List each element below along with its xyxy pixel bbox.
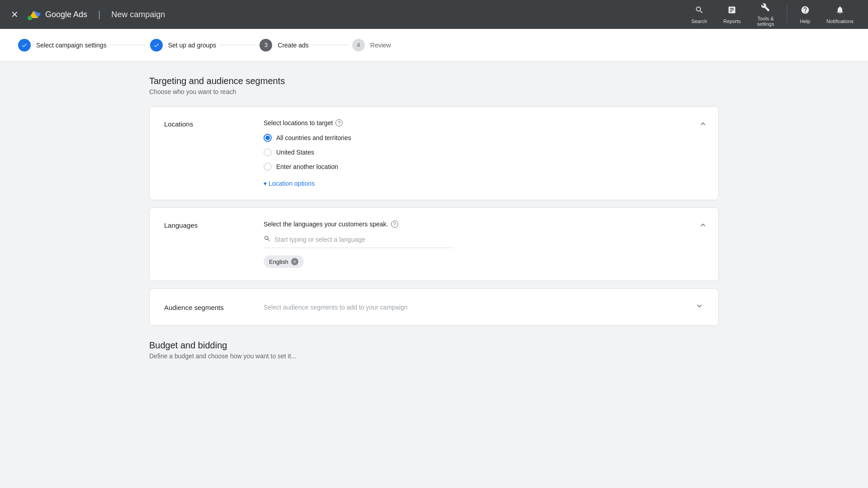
locations-card: Locations Select locations to target ? A… (149, 106, 719, 200)
audience-segments-inner: Audience segments Select audience segmen… (150, 289, 718, 325)
step-connector-2 (220, 45, 256, 45)
languages-label: Languages (164, 221, 245, 229)
radio-all-countries-label: All countries and territories (276, 134, 351, 141)
locations-option-all[interactable]: All countries and territories (264, 134, 704, 142)
reports-icon (727, 5, 736, 17)
language-search-input[interactable] (274, 236, 453, 243)
locations-label: Locations (164, 119, 245, 128)
search-icon (695, 5, 704, 17)
search-nav-label: Search (691, 19, 707, 24)
step-3-label: Create ads (278, 42, 308, 49)
languages-card: Languages Select the languages your cust… (149, 207, 719, 281)
step-1-circle (18, 39, 31, 52)
progress-stepper: Select campaign settings Set up ad group… (0, 29, 868, 61)
step-4-circle: 4 (352, 39, 365, 52)
reports-nav-item[interactable]: Reports (716, 2, 748, 28)
reports-nav-label: Reports (723, 19, 741, 24)
selected-languages: English × (264, 255, 704, 268)
english-tag-remove[interactable]: × (291, 258, 298, 265)
radio-all-countries[interactable] (264, 134, 272, 142)
search-nav-item[interactable]: Search (684, 2, 714, 28)
location-options-link[interactable]: ▾ Location options (264, 180, 704, 187)
topnav-left: ✕ Google Ads | New campaign (7, 7, 684, 22)
svg-point-0 (28, 16, 32, 20)
google-ads-icon (27, 7, 42, 22)
top-navigation: ✕ Google Ads | New campaign Search Repor… (0, 0, 868, 29)
step-1: Select campaign settings (18, 39, 107, 52)
nav-divider: | (98, 9, 100, 20)
english-tag-label: English (269, 258, 288, 265)
locations-option-other[interactable]: Enter another location (264, 163, 704, 171)
budget-subtitle: Define a budget and choose how you want … (149, 352, 719, 360)
languages-help-icon[interactable]: ? (391, 221, 398, 228)
audience-segments-card[interactable]: Audience segments Select audience segmen… (149, 288, 719, 326)
notifications-nav-label: Notifications (826, 19, 854, 24)
google-ads-logo: Google Ads (27, 7, 87, 22)
language-search-field (264, 235, 453, 248)
language-search-icon (264, 235, 271, 244)
step-4-label: Review (370, 42, 391, 49)
chevron-down-icon: ▾ (264, 180, 267, 187)
step-1-label: Select campaign settings (36, 42, 107, 49)
step-connector-1 (110, 45, 146, 45)
help-nav-label: Help (800, 19, 810, 24)
tools-nav-item[interactable]: Tools & settings (750, 0, 782, 30)
locations-field-label: Select locations to target ? (264, 119, 704, 127)
locations-help-icon[interactable]: ? (335, 119, 343, 127)
topnav-right: Search Reports Tools & settings Help No (684, 0, 861, 30)
targeting-title: Targeting and audience segments (149, 76, 719, 86)
locations-option-us[interactable]: United States (264, 148, 704, 156)
languages-collapse-button[interactable] (698, 221, 708, 232)
english-tag: English × (264, 255, 304, 268)
main-content: Targeting and audience segments Choose w… (95, 61, 773, 374)
help-nav-item[interactable]: Help (793, 2, 817, 28)
locations-collapse-button[interactable] (698, 119, 708, 131)
locations-card-inner: Locations Select locations to target ? A… (150, 107, 718, 200)
audience-segments-expand-button[interactable] (695, 301, 704, 313)
languages-card-inner: Languages Select the languages your cust… (150, 208, 718, 281)
radio-other-label: Enter another location (276, 163, 338, 170)
step-2: Set up ad groups (150, 39, 217, 52)
targeting-subtitle: Choose who you want to reach (149, 88, 719, 95)
audience-segments-placeholder: Select audience segments to add to your … (264, 304, 677, 311)
budget-title: Budget and bidding (149, 340, 719, 351)
radio-other[interactable] (264, 163, 272, 171)
locations-radio-group: All countries and territories United Sta… (264, 134, 704, 171)
audience-segments-label: Audience segments (164, 303, 245, 311)
bell-icon (835, 5, 844, 17)
help-icon (801, 5, 810, 17)
step-2-circle (150, 39, 163, 52)
campaign-title: New campaign (111, 10, 165, 19)
close-button[interactable]: ✕ (7, 7, 22, 22)
step-3: 3 Create ads (259, 39, 308, 52)
tools-nav-label: Tools & settings (757, 16, 774, 27)
notifications-nav-item[interactable]: Notifications (819, 2, 861, 28)
locations-content: Select locations to target ? All countri… (264, 119, 704, 187)
radio-us[interactable] (264, 148, 272, 156)
languages-field-label: Select the languages your customers spea… (264, 221, 704, 228)
step-4: 4 Review (352, 39, 391, 52)
brand-name: Google Ads (45, 10, 87, 19)
radio-us-label: United States (276, 149, 314, 156)
nav-separator (787, 5, 787, 23)
step-connector-3 (312, 45, 349, 45)
tools-icon (761, 3, 770, 14)
step-2-label: Set up ad groups (168, 42, 217, 49)
languages-content: Select the languages your customers spea… (264, 221, 704, 268)
step-3-circle: 3 (259, 39, 272, 52)
